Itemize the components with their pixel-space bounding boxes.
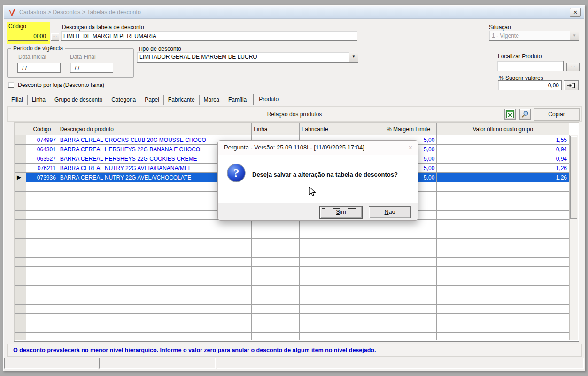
table-empty-row[interactable] [15,258,569,267]
cell [252,239,300,248]
data-final-field[interactable]: / / [70,63,113,73]
cell [252,333,300,340]
screen: { "window": { "title": "Cadastros > Desc… [0,0,588,376]
tab-grupo-de-desconto[interactable]: Grupo de desconto [50,95,107,105]
tab-filial[interactable]: Filial [7,95,28,105]
table-empty-row[interactable] [15,276,569,286]
cell [58,258,252,267]
cell [380,239,437,248]
cell [437,239,569,248]
data-inicial-label: Data Inicial [18,54,46,60]
localizar-produto-field[interactable] [497,61,564,71]
situacao-label: Situação [489,24,511,31]
cell [26,314,58,323]
row-selector-cell [15,248,26,258]
cell [252,295,300,305]
cell [437,258,569,267]
table-empty-row[interactable] [15,333,569,340]
tab-produto[interactable]: Produto [253,94,284,105]
save-confirmation-dialog: Pergunta - Versão: 25.09.1108I - [11/09/… [217,140,418,221]
apply-suggest-button[interactable] [564,80,579,90]
tab-linha[interactable]: Linha [28,95,50,105]
cell [380,267,437,276]
tab-categoria[interactable]: Categoria [107,95,140,105]
vertical-scrollbar[interactable] [569,135,578,340]
cell [252,314,300,323]
excel-export-icon [506,110,514,118]
cell [58,276,252,286]
table-empty-row[interactable] [15,323,569,333]
tipo-desconto-combobox[interactable]: LIMITADOR GERAL DE MARGEM DE LUCRO ▼ [137,52,358,63]
codigo-browse-button[interactable]: ... [51,33,59,41]
search-button[interactable] [519,109,531,120]
app-window: Cadastros > Descontos > Tabelas de desco… [3,5,585,371]
arrow-into-document-icon [567,83,575,88]
table-empty-row[interactable] [15,239,569,248]
desconto-loja-checkbox[interactable] [8,82,14,88]
cell [252,248,300,258]
dialog-close-icon[interactable]: × [409,144,412,151]
cell [26,192,58,201]
row-selector-cell [15,323,26,333]
data-inicial-field[interactable]: / / [17,63,61,73]
excel-export-button[interactable] [504,109,516,120]
sugerir-valores-field[interactable]: 0,00 [498,80,562,90]
row-selector-cell [15,276,26,286]
table-empty-row[interactable] [15,267,569,276]
descricao-field[interactable]: LIMITE DE MARGEM PERFUMARIA [61,31,357,41]
cell [300,258,380,267]
cell [437,182,569,192]
table-empty-row[interactable] [15,305,569,314]
dialog-button-sim[interactable]: Sim [320,206,362,218]
dialog-button-nao[interactable]: Não [369,206,411,218]
cell [252,258,300,267]
titlebar: Cadastros > Descontos > Tabelas de desco… [4,6,584,19]
descricao-label: Descrição da tabela de desconto [62,24,144,31]
cell [437,248,569,258]
cell: Linha [252,123,300,135]
cell: % Margem Limite [380,123,437,135]
cell [26,305,58,314]
copy-button[interactable]: Copiar [534,108,580,121]
cell [58,229,252,239]
cell [380,314,437,323]
row-selector-cell [15,305,26,314]
row-selector-cell [15,239,26,248]
table-empty-row[interactable] [15,248,569,258]
cell [26,267,58,276]
cell [300,267,380,276]
cell [252,229,300,239]
notice-text: O desconto prevalecerá no menor nível hi… [13,347,376,353]
scrollbar-thumb[interactable] [570,136,577,219]
tab-fabricante[interactable]: Fabricante [164,95,200,105]
cell [300,229,380,239]
table-empty-row[interactable] [15,286,569,295]
cell [26,229,58,239]
cell [58,220,252,229]
cell [380,248,437,258]
tabstrip: FilialLinhaGrupo de descontoCategoriaPap… [7,94,284,105]
cell [380,305,437,314]
row-selector-cell [15,182,26,192]
window-close-button[interactable]: ✕ [570,8,581,17]
table-empty-row[interactable] [15,229,569,239]
tab-papel[interactable]: Papel [140,95,164,105]
situacao-combobox[interactable]: 1 - Vigente ▼ [489,31,579,41]
row-selector-cell [15,154,26,164]
status-panel [99,358,216,369]
tab-marca[interactable]: Marca [200,95,224,105]
codigo-field[interactable]: 0000 [8,31,48,41]
table-empty-row[interactable] [15,220,569,229]
cell [58,239,252,248]
table-empty-row[interactable] [15,314,569,323]
row-selector-cell [15,201,26,211]
dialog-button-strip: SimNão [218,203,418,220]
table-empty-row[interactable] [15,295,569,305]
data-final-label: Data Final [70,54,96,60]
tab-família[interactable]: Família [224,95,251,105]
localizar-produto-browse-button[interactable]: ... [566,63,580,71]
cell [437,267,569,276]
app-logo-icon [8,8,17,17]
row-selector-cell [15,220,26,229]
window-title: Cadastros > Descontos > Tabelas de desco… [19,6,141,18]
